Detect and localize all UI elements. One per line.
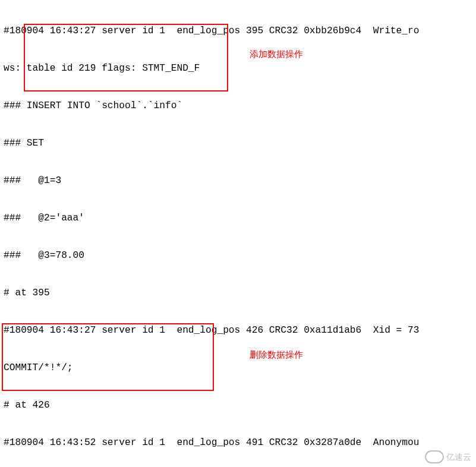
log-output: #180904 16:43:27 server id 1 end_log_pos… bbox=[0, 0, 476, 467]
log-line: COMMIT/*!*/; bbox=[0, 362, 476, 374]
log-line: #180904 16:43:27 server id 1 end_log_pos… bbox=[0, 25, 476, 37]
log-line: #180904 16:43:52 server id 1 end_log_pos… bbox=[0, 437, 476, 449]
cloud-icon bbox=[425, 450, 444, 463]
log-line: # at 426 bbox=[0, 399, 476, 412]
annotation-delete: 删除数据操作 bbox=[250, 348, 303, 361]
log-line: # at 395 bbox=[0, 287, 476, 299]
log-line: ### @1=3 bbox=[0, 175, 476, 187]
log-line: #180904 16:43:27 server id 1 end_log_pos… bbox=[0, 324, 476, 337]
log-line: ### SET bbox=[0, 137, 476, 150]
log-line: ws: table id 219 flags: STMT_END_F bbox=[0, 62, 476, 75]
log-line: ### @2='aaa' bbox=[0, 212, 476, 225]
annotation-insert: 添加数据操作 bbox=[250, 48, 303, 60]
watermark: 亿速云 bbox=[425, 450, 471, 463]
log-line: ### @3=78.00 bbox=[0, 250, 476, 262]
log-line: ### INSERT INTO `school`.`info` bbox=[0, 100, 476, 112]
watermark-text: 亿速云 bbox=[446, 451, 471, 463]
